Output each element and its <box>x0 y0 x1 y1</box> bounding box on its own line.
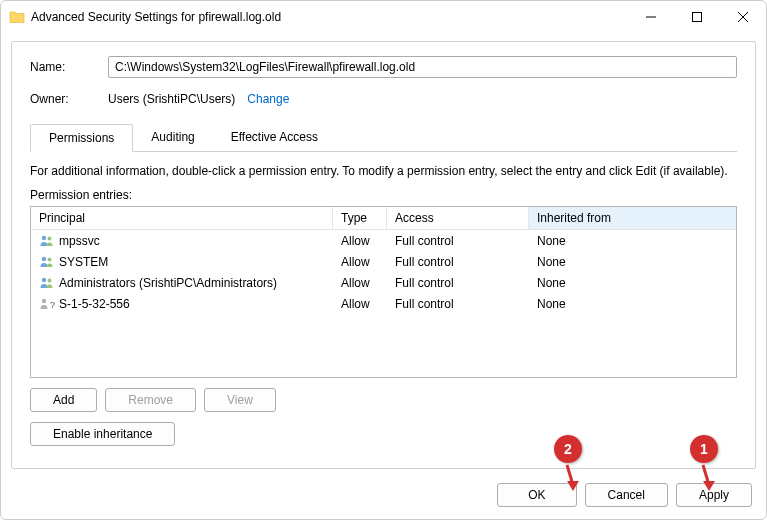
tab-permissions[interactable]: Permissions <box>30 124 133 152</box>
owner-label: Owner: <box>30 92 108 106</box>
window-title: Advanced Security Settings for pfirewall… <box>31 10 628 24</box>
action-buttons: Add Remove View <box>30 388 737 412</box>
callout-2: 2 <box>554 435 582 463</box>
principal-icon <box>39 233 55 249</box>
table-row[interactable]: mpssvcAllowFull controlNone <box>31 230 736 251</box>
cell-access: Full control <box>387 232 529 250</box>
view-button: View <box>204 388 276 412</box>
owner-row: Owner: Users (SrishtiPC\Users) Change <box>30 92 737 106</box>
principal-name: Administrators (SrishtiPC\Administrators… <box>59 276 277 290</box>
add-button[interactable]: Add <box>30 388 97 412</box>
cell-type: Allow <box>333 295 387 313</box>
arrow-1-icon <box>697 463 717 493</box>
footer-buttons: OK Cancel Apply <box>1 475 766 519</box>
principal-icon: ? <box>39 296 55 312</box>
principal-name: S-1-5-32-556 <box>59 297 130 311</box>
svg-marker-13 <box>703 481 715 491</box>
principal-icon <box>39 254 55 270</box>
svg-point-6 <box>42 256 46 260</box>
cell-access: Full control <box>387 274 529 292</box>
svg-point-5 <box>48 236 52 240</box>
cell-inherited: None <box>529 274 736 292</box>
header-principal[interactable]: Principal <box>31 207 333 229</box>
svg-text:?: ? <box>50 300 55 310</box>
principal-icon <box>39 275 55 291</box>
svg-point-10 <box>42 298 46 302</box>
principal-name: mpssvc <box>59 234 100 248</box>
name-value[interactable]: C:\Windows\System32\LogFiles\Firewall\pf… <box>108 56 737 78</box>
svg-point-4 <box>42 235 46 239</box>
svg-marker-15 <box>567 481 579 491</box>
cell-inherited: None <box>529 253 736 271</box>
minimize-button[interactable] <box>628 1 674 33</box>
info-text: For additional information, double-click… <box>30 164 737 178</box>
titlebar: Advanced Security Settings for pfirewall… <box>1 1 766 33</box>
maximize-button[interactable] <box>674 1 720 33</box>
enable-inheritance-row: Enable inheritance <box>30 422 737 446</box>
enable-inheritance-button[interactable]: Enable inheritance <box>30 422 175 446</box>
table-header: Principal Type Access Inherited from <box>31 207 736 230</box>
cell-type: Allow <box>333 274 387 292</box>
table-body: mpssvcAllowFull controlNoneSYSTEMAllowFu… <box>31 230 736 314</box>
svg-point-8 <box>42 277 46 281</box>
arrow-2-icon <box>561 463 581 493</box>
svg-rect-1 <box>693 13 702 22</box>
tab-strip: Permissions Auditing Effective Access <box>30 124 737 152</box>
svg-point-9 <box>48 278 52 282</box>
header-type[interactable]: Type <box>333 207 387 229</box>
close-button[interactable] <box>720 1 766 33</box>
cell-type: Allow <box>333 232 387 250</box>
cell-inherited: None <box>529 232 736 250</box>
header-inherited[interactable]: Inherited from <box>529 207 736 229</box>
cell-type: Allow <box>333 253 387 271</box>
window-controls <box>628 1 766 33</box>
table-row[interactable]: SYSTEMAllowFull controlNone <box>31 251 736 272</box>
folder-icon <box>9 9 25 25</box>
permission-table: Principal Type Access Inherited from mps… <box>30 206 737 378</box>
name-label: Name: <box>30 60 108 74</box>
entries-label: Permission entries: <box>30 188 737 202</box>
callout-1: 1 <box>690 435 718 463</box>
table-row[interactable]: Administrators (SrishtiPC\Administrators… <box>31 272 736 293</box>
cell-access: Full control <box>387 295 529 313</box>
name-row: Name: C:\Windows\System32\LogFiles\Firew… <box>30 56 737 78</box>
principal-name: SYSTEM <box>59 255 108 269</box>
svg-point-7 <box>48 257 52 261</box>
cell-access: Full control <box>387 253 529 271</box>
table-row[interactable]: ?S-1-5-32-556AllowFull controlNone <box>31 293 736 314</box>
window-frame: Advanced Security Settings for pfirewall… <box>0 0 767 520</box>
tab-auditing[interactable]: Auditing <box>133 124 212 151</box>
content-pane: Name: C:\Windows\System32\LogFiles\Firew… <box>11 41 756 469</box>
owner-value: Users (SrishtiPC\Users) <box>108 92 235 106</box>
tab-effective-access[interactable]: Effective Access <box>213 124 336 151</box>
cancel-button[interactable]: Cancel <box>585 483 668 507</box>
cell-inherited: None <box>529 295 736 313</box>
change-link[interactable]: Change <box>247 92 289 106</box>
header-access[interactable]: Access <box>387 207 529 229</box>
remove-button: Remove <box>105 388 196 412</box>
